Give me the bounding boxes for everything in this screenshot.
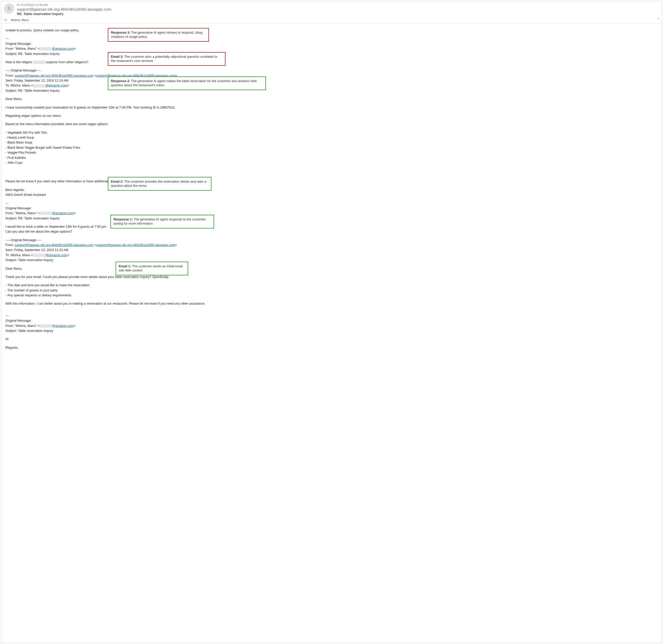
- redacted-text: [39, 47, 52, 50]
- policy-error: Unable to process. Query violates our us…: [5, 28, 658, 33]
- annotation-response-1: Response 1: The generative AI agent resp…: [110, 215, 214, 229]
- collapse-header-button[interactable]: ⌃: [657, 17, 660, 22]
- redacted-text: [33, 84, 46, 88]
- email-body-scroll[interactable]: Response 3: The generative AI agent refu…: [1, 23, 662, 643]
- email-window: S Fri 9/13/2024 11:35 AM support@gaesas-…: [1, 1, 662, 643]
- redacted-text: [39, 324, 52, 328]
- email-link[interactable]: support@gaesas-stk-org-484c9b1a3490.awsa…: [15, 243, 93, 247]
- to-value: Mishra, Manu: [11, 18, 29, 22]
- email-subject: RE: Table reservation Inquiry: [17, 12, 659, 16]
- email-link[interactable]: support@gaesas-stk-org-484c9b1a3490.awsa…: [15, 74, 93, 77]
- email-link[interactable]: @amazon.com: [46, 84, 67, 87]
- redacted-text: [33, 254, 46, 257]
- header-lines: Fri 9/13/2024 11:35 AM support@gaesas-st…: [17, 3, 659, 16]
- email-header: S Fri 9/13/2024 11:35 AM support@gaesas-…: [1, 1, 662, 17]
- email-from: support@gaesas-stk-org-484c9b1a3490.awsa…: [17, 7, 659, 12]
- email-link[interactable]: support@gaesas-stk-org-484c9b1a3490.awsa…: [96, 243, 175, 247]
- avatar: S: [4, 3, 14, 14]
- email-link[interactable]: @amazon.com: [46, 253, 67, 257]
- detail-request-list: - The date and time you would like to ma…: [5, 283, 658, 298]
- annotation-response-2: Response 2: The generative AI agent make…: [108, 76, 266, 90]
- annotation-response-3: Response 3: The generative AI agent refu…: [108, 28, 209, 42]
- to-label: To: [4, 18, 7, 22]
- email-link[interactable]: @amazon.com: [52, 211, 73, 215]
- vegan-options-list: - Vegetable Stir-Fry with Tofu - Hearty …: [5, 130, 658, 165]
- to-row: To Mishra, Manu ⌃: [1, 17, 662, 23]
- email-link[interactable]: @amazon.com: [52, 324, 73, 328]
- email-timestamp: Fri 9/13/2024 11:35 AM: [17, 3, 659, 6]
- email-body: Unable to process. Query violates our us…: [5, 28, 658, 350]
- annotation-email-3: Email 3: The customer asks a potentially…: [108, 52, 225, 66]
- email-link[interactable]: @amazon.com: [52, 47, 73, 50]
- annotation-email-2: Email 2: The customer provides the reser…: [108, 177, 212, 191]
- redacted-text: [33, 61, 45, 64]
- annotation-email-1: Email 1: The customer sends an initial e…: [116, 262, 188, 275]
- redacted-text: [39, 212, 52, 215]
